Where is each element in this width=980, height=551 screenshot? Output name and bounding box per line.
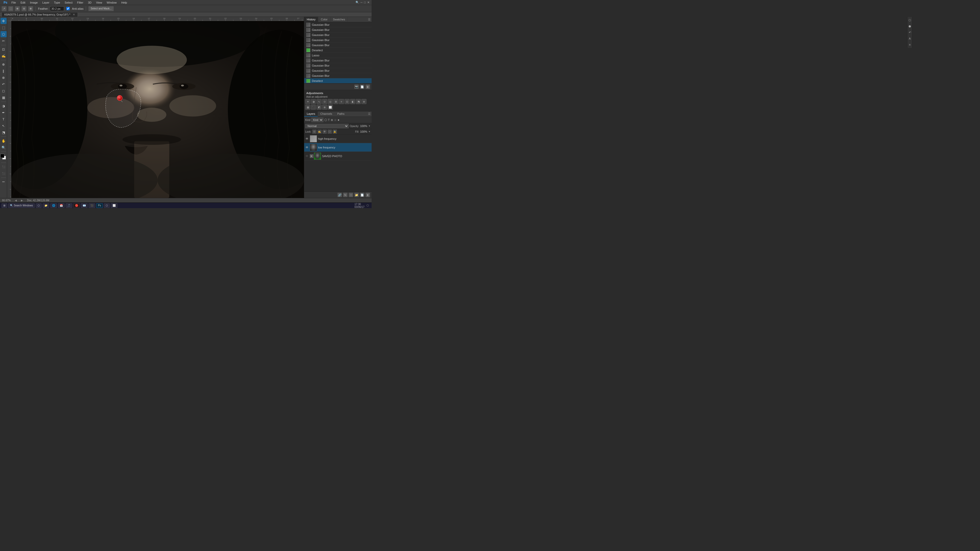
history-item[interactable]: Gaussian Blur [304,63,372,68]
unknown-app-1[interactable]: ⬛ [89,203,95,208]
history-item[interactable]: Lasso [304,53,372,58]
document-tab[interactable]: K8A0079-1.psd @ 66.7% (low frequency, Gr… [2,12,78,17]
screen-mode-btn[interactable]: ⬛ [0,170,6,176]
calendar-app[interactable]: 📅 [58,203,65,208]
menu-layer[interactable]: Layer [40,0,52,5]
filter-icon-1[interactable]: ⬡ [325,118,327,122]
curves-adj[interactable]: ∿ [317,99,321,104]
history-item[interactable]: Gaussian Blur [304,32,372,38]
menu-help[interactable]: Help [119,0,129,5]
minimize-btn[interactable]: ─ [361,1,363,4]
panel-menu-icon[interactable]: ☰ [368,18,371,21]
layer-visibility-eye[interactable]: 👁 [305,154,309,158]
add-layer-style-btn[interactable]: fx [343,192,348,197]
menu-image[interactable]: Image [28,0,40,5]
select-mask-btn[interactable]: Select and Mask... [88,6,114,11]
lock-position-btn[interactable]: ✜ [323,130,327,134]
history-item-active[interactable]: Deselect [304,78,372,83]
selective-color-adj[interactable]: ⬜ [328,105,333,110]
lock-artboard-btn[interactable]: ⬡ [328,130,332,134]
file-explorer-app[interactable]: 📁 [43,203,49,208]
close-btn[interactable]: ✕ [367,1,369,4]
layer-visibility-eye[interactable]: 👁 [305,137,309,141]
lasso-intersect[interactable]: ⊗ [28,6,33,11]
history-brush-tool[interactable]: ↶ [0,81,6,87]
music-app[interactable]: 🎵 [65,203,72,208]
lasso-add[interactable]: ⊕ [15,6,20,11]
path-selection-tool[interactable]: ↖ [0,123,6,129]
healing-brush-tool[interactable]: ⊕ [0,61,6,67]
shape-tool[interactable]: ⬔ [0,129,6,135]
type-tool[interactable]: T [0,116,6,122]
menu-3d[interactable]: 3D [86,0,94,5]
vibrance-adj[interactable]: ◎ [328,99,333,104]
menu-view[interactable]: View [94,0,104,5]
tab-swatches[interactable]: Swatches [331,17,348,22]
navigate-right[interactable]: ▶ [21,199,23,202]
threshold-adj[interactable]: ◩ [317,105,321,110]
exposure-adj[interactable]: ⊙ [322,99,327,104]
hand-tool[interactable]: ✋ [0,138,6,144]
history-item[interactable]: Gaussian Blur [304,22,372,27]
marquee-tool[interactable]: ⬚ [0,24,6,30]
gradient-map-adj[interactable]: ⊗ [322,105,327,110]
filter-icon-2[interactable]: T [328,118,330,121]
filter-icon-3[interactable]: ⊕ [331,118,333,122]
clone-stamp-tool[interactable]: ⊗ [0,75,6,81]
photo-filter-adj[interactable]: ◧ [350,99,355,104]
photo-canvas[interactable] [11,21,304,198]
history-item[interactable]: Gaussian Blur [304,43,372,48]
quick-mask-btn[interactable]: ⬛ [0,164,6,170]
layers-panel-menu-icon[interactable]: ☰ [368,112,371,115]
history-item[interactable]: Gaussian Blur [304,58,372,63]
create-new-layer-btn[interactable]: 📄 [360,192,364,197]
foreground-color-swatch[interactable] [0,154,4,158]
menu-edit[interactable]: Edit [18,0,27,5]
anti-alias-checkbox[interactable] [66,7,70,10]
dodge-tool[interactable]: ◑ [0,103,6,109]
layer-item-low-frequency[interactable]: 👁 low frequency [304,143,372,152]
brightness-contrast-adj[interactable]: ☀ [305,99,310,104]
lock-image-btn[interactable]: ✍ [318,130,321,134]
layer-kind-select[interactable]: Kind [311,118,323,122]
color-swatches[interactable] [0,154,7,160]
history-item[interactable]: Gaussian Blur [304,27,372,32]
channel-mixer-adj[interactable]: ⬔ [356,99,361,104]
mail-app[interactable]: 📧 [81,203,88,208]
tab-color[interactable]: Color [318,17,330,22]
fill-dropdown-icon[interactable]: ▼ [368,130,371,133]
opacity-value[interactable]: 100% [360,124,367,127]
layer-visibility-eye[interactable]: 👁 [305,146,309,149]
hue-sat-adj[interactable]: ⊞ [333,99,339,104]
notification-area[interactable]: ⬡ [366,203,370,208]
search-bar[interactable]: 🔍 Search Windows [8,203,35,208]
link-layers-btn[interactable]: 🔗 [337,192,342,197]
menu-window[interactable]: Window [105,0,119,5]
extra-tools-btn[interactable]: ••• [0,179,6,185]
tab-paths[interactable]: Paths [335,111,347,117]
tab-channels[interactable]: Channels [318,111,334,117]
pen-tool[interactable]: ✒ [0,110,6,116]
invert-adj[interactable]: ▦ [305,105,310,110]
unknown-app-2[interactable]: ⬡ [104,203,110,208]
tab-close-icon[interactable]: ✕ [73,13,75,16]
start-btn[interactable]: ⊞ [2,203,7,208]
history-item[interactable]: Gaussian Blur [304,68,372,73]
unknown-app-3[interactable]: ⬜ [111,203,118,208]
menu-type[interactable]: Type [52,0,62,5]
fill-value[interactable]: 100% [360,130,367,133]
maximize-btn[interactable]: □ [364,1,366,4]
layer-item-saved-photo[interactable]: 👁 ▶ SAVED PHOTO [304,152,372,160]
filter-icon-5[interactable]: ● [338,118,339,122]
tab-layers[interactable]: Layers [304,111,318,117]
create-group-btn[interactable]: 📁 [354,192,359,197]
posterize-adj[interactable]: ⬛ [311,105,316,110]
lasso-tool[interactable]: ⬡ [0,31,6,37]
canvas-area[interactable]: 8 9 10 11 12 13 14 15 16 17 18 19 20 21 … [7,17,304,198]
gradient-tool[interactable]: ▦ [0,94,6,100]
layer-item-high-frequency[interactable]: 👁 high frequency [304,135,372,143]
color-balance-adj[interactable]: ≡ [339,99,344,104]
history-item[interactable]: Gaussian Blur [304,73,372,78]
lasso-normal[interactable]: ⬚ [8,6,13,11]
filter-icon-4[interactable]: ☆ [334,118,337,122]
